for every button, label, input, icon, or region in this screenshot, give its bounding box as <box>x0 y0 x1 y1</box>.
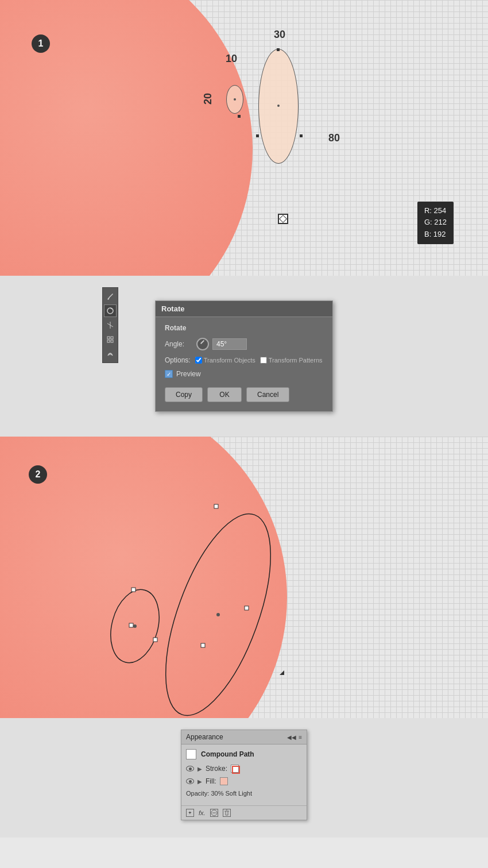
opacity-row: Opacity: 30% Soft Light <box>186 789 302 797</box>
anchor-bottom-small <box>153 638 157 642</box>
color-r: R: 254 <box>424 205 447 217</box>
transform-patterns-label: Transform Patterns <box>269 357 323 364</box>
anchor-small-bottom <box>238 115 241 118</box>
center-dot-vertical <box>277 105 280 107</box>
canvas-section-2: 2 <box>0 437 488 718</box>
stroke-label: Stroke: <box>206 765 227 773</box>
ellipses-svg <box>0 437 488 718</box>
transform-patterns-checkbox[interactable] <box>260 357 267 364</box>
svg-rect-4 <box>111 340 113 342</box>
cancel-button[interactable]: Cancel <box>246 387 289 402</box>
appearance-header-icons: ◀◀ ≡ <box>287 734 302 740</box>
compound-path-row: Compound Path <box>186 749 302 759</box>
transform-patterns-option[interactable]: Transform Patterns <box>260 357 323 364</box>
toolbar-rotate-tool[interactable] <box>104 304 117 317</box>
menu-icon[interactable]: ≡ <box>299 734 302 740</box>
options-label: Options: <box>165 356 191 364</box>
stroke-row: ▶ Stroke: <box>186 764 302 773</box>
anchor-top-small <box>131 588 135 592</box>
preview-checkbox[interactable] <box>165 370 173 378</box>
angle-label: Angle: <box>165 340 196 348</box>
anchor-bottom-large <box>201 643 205 647</box>
appearance-title: Appearance <box>186 733 223 741</box>
label-width-small: 10 <box>226 53 237 65</box>
compound-path-label: Compound Path <box>201 750 254 758</box>
stroke-visibility[interactable] <box>186 766 194 771</box>
clear-appearance-button[interactable] <box>210 809 218 817</box>
color-b: B: 192 <box>424 229 447 241</box>
step-badge-2: 2 <box>29 465 47 484</box>
appearance-footer: + fx. <box>181 805 307 820</box>
preview-label: Preview <box>176 370 201 378</box>
label-height-small: 20 <box>202 93 214 105</box>
angle-row: Angle: <box>165 338 323 350</box>
large-ellipse-center <box>216 613 220 616</box>
canvas-section-1: 1 10 20 30 80 R: 254 G: 212 B: 192 <box>0 0 488 276</box>
large-ellipse-rotated <box>144 501 292 718</box>
options-row: Options: Transform Objects Transform Pat… <box>165 356 323 364</box>
anchor-left <box>256 134 259 137</box>
ok-button[interactable]: OK <box>207 387 242 402</box>
svg-rect-2 <box>111 337 113 339</box>
rotate-section-label: Rotate <box>165 324 323 332</box>
fx-label[interactable]: fx. <box>199 809 206 816</box>
fill-row: ▶ Fill: <box>186 777 302 786</box>
fill-swatch[interactable] <box>220 777 228 785</box>
anchor-right <box>300 134 303 137</box>
angle-dial[interactable] <box>196 338 209 350</box>
transform-objects-option[interactable]: Transform Objects <box>195 357 255 364</box>
dialog-title: Rotate <box>161 304 184 313</box>
delete-item-button[interactable] <box>223 809 231 817</box>
small-ellipse-center <box>133 624 137 628</box>
color-info-box: R: 254 G: 212 B: 192 <box>417 202 454 244</box>
step-badge-1: 1 <box>32 34 50 53</box>
label-width-large: 30 <box>274 29 285 41</box>
svg-rect-3 <box>107 340 110 342</box>
center-dot-small <box>234 98 236 101</box>
ellipse-vertical <box>258 49 299 164</box>
add-new-effect-button[interactable]: + <box>186 809 194 817</box>
preview-row: Preview <box>165 370 323 378</box>
appearance-body: Compound Path ▶ Stroke: ▶ Fill: Opacity:… <box>181 744 307 805</box>
color-g: G: 212 <box>424 217 447 229</box>
collapse-icon[interactable]: ◀◀ <box>287 734 296 740</box>
toolbar-grid-tool[interactable] <box>104 333 117 346</box>
appearance-panel: Appearance ◀◀ ≡ Compound Path ▶ Stroke: <box>181 730 307 820</box>
toolbar-warp-tool[interactable] <box>104 348 117 360</box>
appearance-section: Appearance ◀◀ ≡ Compound Path ▶ Stroke: <box>0 718 488 838</box>
compound-path-swatch <box>186 749 196 759</box>
dialog-buttons: Copy OK Cancel <box>165 387 323 402</box>
anchor-left-small <box>129 623 133 627</box>
toolbar-panel <box>102 287 118 363</box>
fill-visibility[interactable] <box>186 778 194 784</box>
appearance-header: Appearance ◀◀ ≡ <box>181 730 307 744</box>
stroke-swatch[interactable] <box>231 765 239 773</box>
toolbar-reflect-tool[interactable] <box>104 319 117 331</box>
transform-handle[interactable] <box>278 214 288 224</box>
fill-label: Fill: <box>206 777 216 785</box>
anchor-right-large <box>245 606 249 610</box>
fill-arrow[interactable]: ▶ <box>197 778 202 785</box>
anchor-top-large <box>214 504 218 508</box>
anchor-top <box>277 48 280 51</box>
label-height-large: 80 <box>328 132 340 144</box>
toolbar-pen-tool[interactable] <box>104 290 117 303</box>
stroke-arrow[interactable]: ▶ <box>197 766 202 772</box>
copy-button[interactable]: Copy <box>165 387 203 402</box>
svg-rect-1 <box>107 337 110 339</box>
angle-input[interactable] <box>212 338 247 350</box>
dialog-body: Rotate Angle: Options: Transform Objects… <box>156 317 332 411</box>
dialog-section: Rotate Rotate Angle: Options: Transform … <box>0 276 488 437</box>
rotate-dialog: Rotate Rotate Angle: Options: Transform … <box>155 300 333 412</box>
svg-point-0 <box>107 308 113 314</box>
transform-objects-label: Transform Objects <box>204 357 255 364</box>
opacity-label: Opacity: 30% Soft Light <box>186 790 252 797</box>
rotation-handle <box>280 670 284 675</box>
dialog-titlebar: Rotate <box>156 301 332 317</box>
ellipse-small <box>226 85 243 114</box>
transform-objects-checkbox[interactable] <box>195 357 202 364</box>
